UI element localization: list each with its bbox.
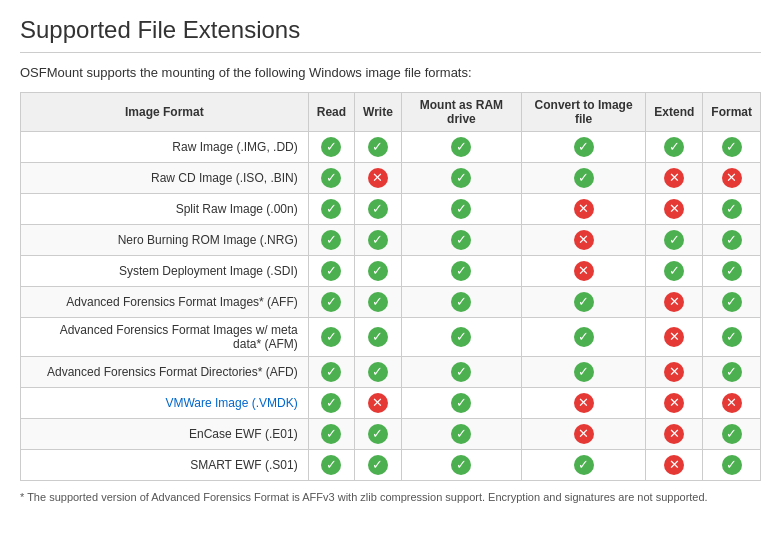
check-icon: ✓: [451, 261, 471, 281]
row-label: Advanced Forensics Format Directories* (…: [21, 357, 309, 388]
cross-icon: ✕: [664, 327, 684, 347]
supported-formats-table: Image Format Read Write Mount as RAM dri…: [20, 92, 761, 481]
cell-ram: ✓: [401, 450, 521, 481]
cell-format: ✓: [703, 194, 761, 225]
check-icon: ✓: [722, 362, 742, 382]
check-icon: ✓: [574, 168, 594, 188]
cell-extend: ✕: [646, 357, 703, 388]
table-row: Nero Burning ROM Image (.NRG)✓✓✓✕✓✓: [21, 225, 761, 256]
cross-icon: ✕: [574, 230, 594, 250]
check-icon: ✓: [368, 424, 388, 444]
row-label: Nero Burning ROM Image (.NRG): [21, 225, 309, 256]
check-icon: ✓: [368, 455, 388, 475]
check-icon: ✓: [368, 362, 388, 382]
cross-icon: ✕: [368, 168, 388, 188]
cell-convert: ✓: [521, 450, 645, 481]
table-row: Advanced Forensics Format Images* (AFF)✓…: [21, 287, 761, 318]
cell-ram: ✓: [401, 132, 521, 163]
check-icon: ✓: [722, 455, 742, 475]
cell-write: ✓: [355, 357, 402, 388]
cell-format: ✓: [703, 450, 761, 481]
table-row: Raw CD Image (.ISO, .BIN)✓✕✓✓✕✕: [21, 163, 761, 194]
cell-format: ✓: [703, 132, 761, 163]
cell-extend: ✕: [646, 450, 703, 481]
cell-format: ✓: [703, 357, 761, 388]
check-icon: ✓: [321, 261, 341, 281]
row-label: Raw CD Image (.ISO, .BIN): [21, 163, 309, 194]
cell-write: ✓: [355, 287, 402, 318]
check-icon: ✓: [321, 455, 341, 475]
cell-convert: ✕: [521, 419, 645, 450]
cell-convert: ✓: [521, 287, 645, 318]
check-icon: ✓: [722, 327, 742, 347]
cross-icon: ✕: [368, 393, 388, 413]
cell-convert: ✕: [521, 388, 645, 419]
col-header-extend: Extend: [646, 93, 703, 132]
cell-ram: ✓: [401, 163, 521, 194]
check-icon: ✓: [368, 199, 388, 219]
row-label: Raw Image (.IMG, .DD): [21, 132, 309, 163]
row-label-link[interactable]: VMWare Image (.VMDK): [165, 396, 297, 410]
table-row: EnCase EWF (.E01)✓✓✓✕✕✓: [21, 419, 761, 450]
cell-extend: ✕: [646, 163, 703, 194]
row-label: Advanced Forensics Format Images* (AFF): [21, 287, 309, 318]
check-icon: ✓: [451, 424, 471, 444]
table-body: Raw Image (.IMG, .DD)✓✓✓✓✓✓Raw CD Image …: [21, 132, 761, 481]
col-header-format: Image Format: [21, 93, 309, 132]
cell-extend: ✕: [646, 419, 703, 450]
check-icon: ✓: [451, 292, 471, 312]
table-header: Image Format Read Write Mount as RAM dri…: [21, 93, 761, 132]
table-row: SMART EWF (.S01)✓✓✓✓✕✓: [21, 450, 761, 481]
row-label: Advanced Forensics Format Images w/ meta…: [21, 318, 309, 357]
check-icon: ✓: [451, 199, 471, 219]
page-title: Supported File Extensions: [20, 16, 761, 53]
table-row: Split Raw Image (.00n)✓✓✓✕✕✓: [21, 194, 761, 225]
cross-icon: ✕: [574, 261, 594, 281]
cross-icon: ✕: [664, 168, 684, 188]
cell-convert: ✕: [521, 225, 645, 256]
check-icon: ✓: [451, 168, 471, 188]
cell-write: ✓: [355, 450, 402, 481]
cell-read: ✓: [308, 225, 354, 256]
table-row: System Deployment Image (.SDI)✓✓✓✕✓✓: [21, 256, 761, 287]
check-icon: ✓: [368, 261, 388, 281]
cell-extend: ✕: [646, 287, 703, 318]
check-icon: ✓: [368, 292, 388, 312]
check-icon: ✓: [368, 137, 388, 157]
row-label: SMART EWF (.S01): [21, 450, 309, 481]
cross-icon: ✕: [664, 455, 684, 475]
cell-extend: ✕: [646, 194, 703, 225]
check-icon: ✓: [722, 137, 742, 157]
cell-ram: ✓: [401, 287, 521, 318]
cell-read: ✓: [308, 287, 354, 318]
cell-write: ✓: [355, 256, 402, 287]
cross-icon: ✕: [664, 362, 684, 382]
check-icon: ✓: [574, 327, 594, 347]
cell-write: ✓: [355, 419, 402, 450]
check-icon: ✓: [722, 292, 742, 312]
cross-icon: ✕: [574, 424, 594, 444]
row-label: Split Raw Image (.00n): [21, 194, 309, 225]
check-icon: ✓: [664, 230, 684, 250]
cell-ram: ✓: [401, 357, 521, 388]
cell-ram: ✓: [401, 419, 521, 450]
cell-read: ✓: [308, 256, 354, 287]
cross-icon: ✕: [722, 393, 742, 413]
cross-icon: ✕: [664, 393, 684, 413]
check-icon: ✓: [451, 230, 471, 250]
check-icon: ✓: [321, 230, 341, 250]
check-icon: ✓: [368, 327, 388, 347]
check-icon: ✓: [321, 424, 341, 444]
cell-format: ✓: [703, 287, 761, 318]
row-label: System Deployment Image (.SDI): [21, 256, 309, 287]
cross-icon: ✕: [574, 199, 594, 219]
cell-read: ✓: [308, 419, 354, 450]
cross-icon: ✕: [664, 292, 684, 312]
check-icon: ✓: [664, 137, 684, 157]
col-header-ram: Mount as RAM drive: [401, 93, 521, 132]
cell-read: ✓: [308, 132, 354, 163]
cell-extend: ✓: [646, 132, 703, 163]
check-icon: ✓: [321, 199, 341, 219]
check-icon: ✓: [722, 261, 742, 281]
check-icon: ✓: [451, 362, 471, 382]
